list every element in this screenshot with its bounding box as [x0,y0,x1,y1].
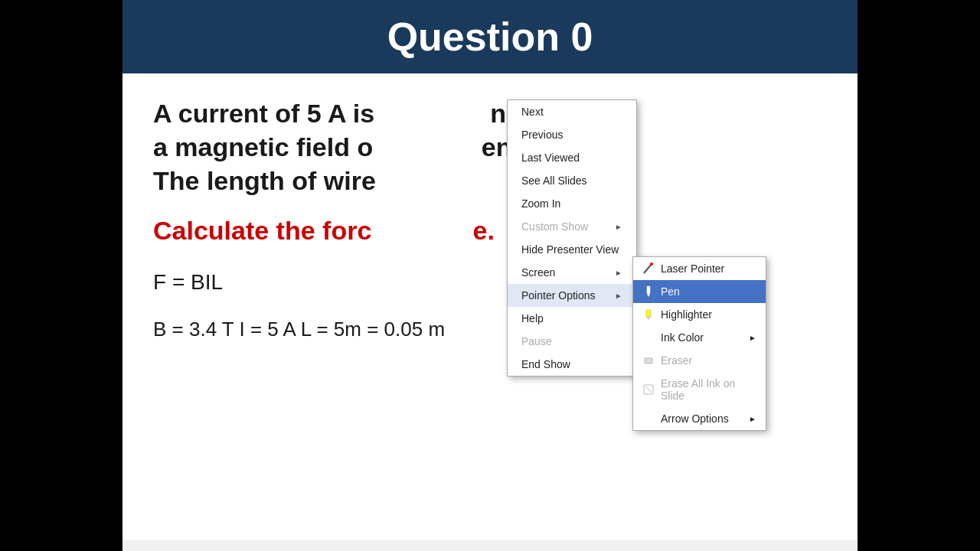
submenu-item-ink-color[interactable]: Ink Color ► [633,326,766,349]
menu-item-custom-show[interactable]: Custom Show ► [508,215,636,238]
arrow-options-icon [642,412,655,425]
submenu-item-laser-pointer[interactable]: Laser Pointer [633,257,766,280]
menu-item-zoom-in[interactable]: Zoom In [508,192,636,215]
submenu-arrow-arrow-options: ► [749,415,756,423]
svg-marker-3 [647,294,650,297]
svg-rect-6 [645,358,652,364]
question-text: A current of 5 A is ng through a magneti… [153,96,827,198]
submenu-arrow-custom: ► [615,223,622,231]
menu-item-last-viewed[interactable]: Last Viewed [508,146,636,169]
primary-context-menu[interactable]: Next Previous Last Viewed See All Slides… [507,99,637,377]
pen-icon [642,285,655,298]
submenu-item-erase-all[interactable]: Erase All Ink on Slide [633,372,766,407]
erase-all-icon [642,383,655,396]
menu-item-screen[interactable]: Screen ► [508,261,636,284]
submenu-arrow-pointer: ► [615,292,622,300]
submenu-item-eraser[interactable]: Eraser [633,349,766,372]
menu-item-hide-presenter[interactable]: Hide Presenter View [508,238,636,261]
svg-point-1 [650,262,653,266]
eraser-icon [642,354,655,367]
ink-color-icon [642,331,655,344]
menu-item-pause[interactable]: Pause [508,330,636,353]
pointer-options-submenu[interactable]: Laser Pointer Pen Highlighter Ink Color … [632,256,766,431]
menu-item-previous[interactable]: Previous [508,123,636,146]
submenu-arrow-ink: ► [749,334,756,342]
submenu-arrow-screen: ► [615,269,622,277]
calculate-text: Calculate the forc e. [153,214,827,247]
submenu-item-pen[interactable]: Pen [633,280,766,303]
menu-item-help[interactable]: Help [508,307,636,330]
slide-header: Question 0 [122,0,858,73]
svg-marker-5 [646,317,651,320]
menu-item-see-all-slides[interactable]: See All Slides [508,169,636,192]
laser-pointer-icon [642,262,655,275]
svg-line-8 [645,386,652,393]
slide-title: Question 0 [138,14,842,60]
submenu-item-highlighter[interactable]: Highlighter [633,303,766,326]
svg-rect-2 [647,286,650,294]
menu-item-pointer-options[interactable]: Pointer Options ► [508,284,636,307]
svg-rect-4 [646,310,651,317]
menu-item-next[interactable]: Next [508,100,636,123]
svg-line-0 [644,264,652,273]
menu-item-end-show[interactable]: End Show [508,353,636,376]
highlighter-icon [642,308,655,321]
submenu-item-arrow-options[interactable]: Arrow Options ► [633,407,766,430]
